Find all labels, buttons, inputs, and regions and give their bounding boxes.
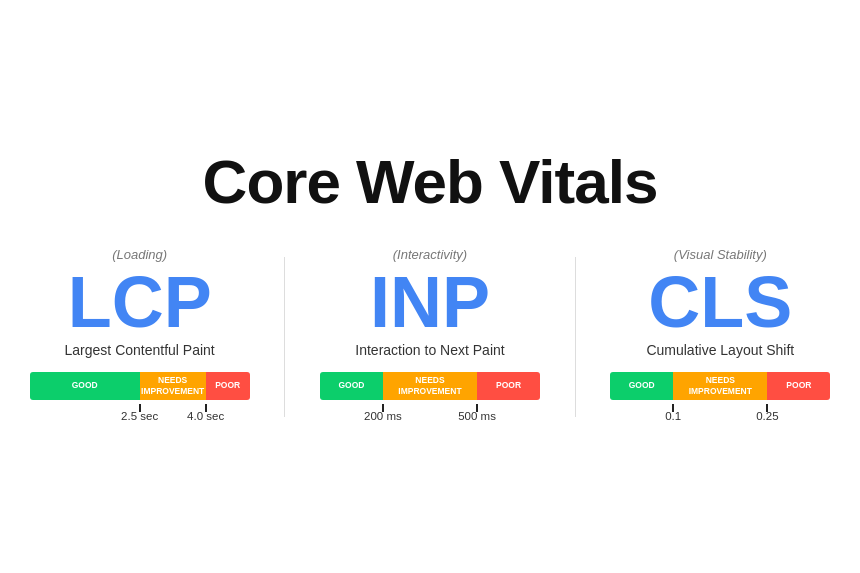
inp-bar: GOOD NEEDSIMPROVEMENT POOR <box>320 372 540 400</box>
lcp-poor-label: POOR <box>215 380 240 390</box>
cls-needs-label: NEEDSIMPROVEMENT <box>689 375 752 395</box>
lcp-bar-wrapper: GOOD NEEDSIMPROVEMENT POOR 2.5 sec 4.0 s… <box>30 372 250 428</box>
lcp-category: (Loading) <box>112 247 167 262</box>
divider-2 <box>575 257 576 417</box>
inp-acronym: INP <box>370 266 490 338</box>
inp-poor-segment: POOR <box>477 372 540 400</box>
inp-needs-segment: NEEDSIMPROVEMENT <box>383 372 477 400</box>
cls-needs-segment: NEEDSIMPROVEMENT <box>673 372 767 400</box>
cls-good-label: GOOD <box>629 380 655 390</box>
cls-ticks <box>610 400 830 410</box>
inp-threshold1: 200 ms <box>364 410 402 422</box>
vital-card-inp: (Interactivity) INP Interaction to Next … <box>290 247 569 428</box>
inp-tick-labels: 200 ms 500 ms <box>320 410 540 428</box>
inp-poor-label: POOR <box>496 380 521 390</box>
vital-card-cls: (Visual Stability) CLS Cumulative Layout… <box>581 247 860 428</box>
cls-acronym: CLS <box>648 266 792 338</box>
lcp-good-segment: GOOD <box>30 372 140 400</box>
inp-needs-label: NEEDSIMPROVEMENT <box>398 375 461 395</box>
cls-tick-labels: 0.1 0.25 <box>610 410 830 428</box>
cls-poor-segment: POOR <box>767 372 830 400</box>
divider-1 <box>284 257 285 417</box>
cls-poor-label: POOR <box>786 380 811 390</box>
lcp-needs-segment: NEEDSIMPROVEMENT <box>140 372 206 400</box>
vital-card-lcp: (Loading) LCP Largest Contentful Paint G… <box>0 247 279 428</box>
cls-threshold2: 0.25 <box>756 410 778 422</box>
inp-fullname: Interaction to Next Paint <box>355 342 504 358</box>
cls-bar-wrapper: GOOD NEEDSIMPROVEMENT POOR 0.1 0.25 <box>610 372 830 428</box>
cls-category: (Visual Stability) <box>674 247 767 262</box>
vitals-container: (Loading) LCP Largest Contentful Paint G… <box>0 247 860 428</box>
inp-ticks <box>320 400 540 410</box>
cls-good-segment: GOOD <box>610 372 673 400</box>
inp-category: (Interactivity) <box>393 247 467 262</box>
lcp-ticks <box>30 400 250 410</box>
lcp-good-label: GOOD <box>72 380 98 390</box>
inp-good-segment: GOOD <box>320 372 383 400</box>
lcp-needs-label: NEEDSIMPROVEMENT <box>141 375 204 395</box>
cls-threshold1: 0.1 <box>665 410 681 422</box>
cls-bar: GOOD NEEDSIMPROVEMENT POOR <box>610 372 830 400</box>
lcp-tick-labels: 2.5 sec 4.0 sec <box>30 410 250 428</box>
page-title: Core Web Vitals <box>203 146 658 217</box>
inp-bar-wrapper: GOOD NEEDSIMPROVEMENT POOR 200 ms 500 ms <box>320 372 540 428</box>
lcp-acronym: LCP <box>68 266 212 338</box>
lcp-threshold2: 4.0 sec <box>187 410 224 422</box>
cls-fullname: Cumulative Layout Shift <box>646 342 794 358</box>
lcp-fullname: Largest Contentful Paint <box>65 342 215 358</box>
lcp-threshold1: 2.5 sec <box>121 410 158 422</box>
inp-threshold2: 500 ms <box>458 410 496 422</box>
lcp-bar: GOOD NEEDSIMPROVEMENT POOR <box>30 372 250 400</box>
inp-good-label: GOOD <box>338 380 364 390</box>
lcp-poor-segment: POOR <box>206 372 250 400</box>
